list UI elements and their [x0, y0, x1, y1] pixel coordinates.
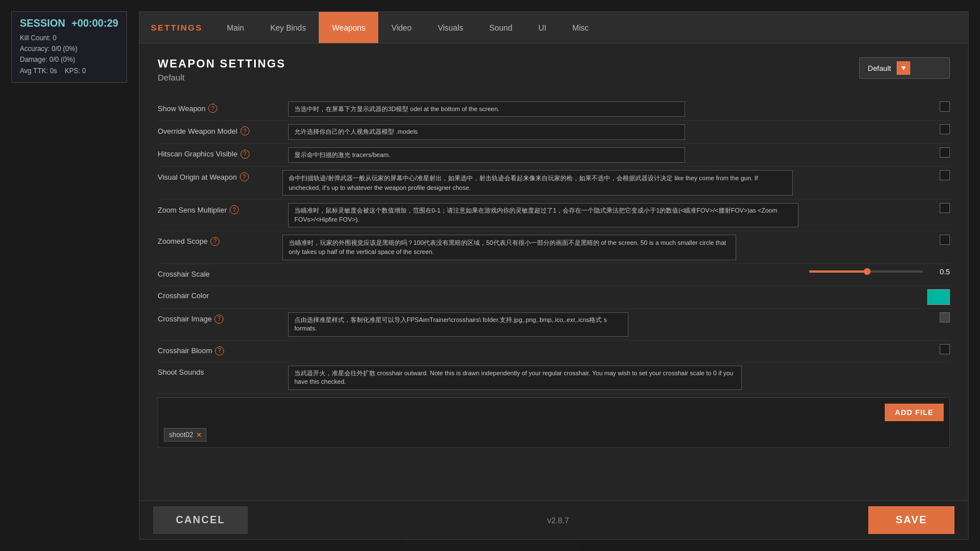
hitscan-help-icon[interactable]: ? — [240, 150, 250, 159]
tab-visuals[interactable]: Visuals — [425, 12, 476, 43]
file-tag: shoot02 × — [164, 428, 206, 442]
kps-value: 0 — [82, 67, 86, 75]
save-button[interactable]: SAVE — [868, 506, 954, 534]
crosshair-image-help-icon[interactable]: ? — [214, 315, 223, 324]
override-weapon-tooltip-area: 允许选择你自己的个人视角武器模型 .models — [282, 124, 934, 139]
tab-video[interactable]: Video — [378, 12, 425, 43]
session-box: SESSION +00:00:29 Kill Count: 0 Accuracy… — [11, 11, 127, 83]
ttk-stat: Avg TTK: 0s KPS: 0 — [20, 66, 119, 77]
zoom-sens-tooltip-area: 当瞄准时，鼠标灵敏度会被这个数值增加，范围在0-1；请注意如果在游戏内你的灵敏度… — [282, 203, 934, 227]
show-weapon-row: Show Weapon ? 当选中时，在屏幕下方显示武器的3D模型 odel a… — [158, 98, 950, 121]
crosshair-scale-fill — [809, 270, 866, 273]
show-weapon-tooltip-area: 当选中时，在屏幕下方显示武器的3D模型 odel at the bottom o… — [282, 101, 934, 117]
crosshair-image-tooltip: 点由选择准星样式，客制化准星可以导入FPSAimTrainer\crosshai… — [288, 312, 628, 337]
tab-keybinds[interactable]: Key Binds — [257, 12, 319, 43]
override-weapon-row: Override Weapon Model ? 允许选择你自己的个人视角武器模型… — [158, 121, 950, 143]
visual-origin-row: Visual Origin at Weapon ? 命中扫描轨迹/射弹武器一般从… — [158, 167, 950, 200]
zoom-sens-tooltip: 当瞄准时，鼠标灵敏度会被这个数值增加，范围在0-1；请注意如果在游戏内你的灵敏度… — [288, 203, 799, 227]
section-title: WEAPON SETTINGS — [158, 57, 286, 70]
zoomed-scope-checkbox[interactable] — [940, 235, 950, 245]
tab-misc[interactable]: Misc — [559, 12, 602, 43]
zoom-sens-checkbox[interactable] — [940, 203, 950, 213]
visual-origin-checkbox[interactable] — [940, 170, 950, 180]
crosshair-bloom-row: Crosshair Bloom ? — [158, 341, 950, 362]
show-weapon-help-icon[interactable]: ? — [208, 104, 217, 113]
accuracy-stat: Accuracy: 0/0 (0%) — [20, 44, 119, 54]
crosshair-color-control[interactable] — [927, 289, 950, 305]
shoot-sounds-row: Shoot Sounds 当武器开火，准星会往外扩散 crosshair out… — [158, 362, 950, 394]
crosshair-bloom-help-icon[interactable]: ? — [215, 346, 224, 355]
override-weapon-checkbox[interactable] — [940, 124, 950, 134]
settings-header: SETTINGS Main Key Binds Weapons Video Vi… — [140, 12, 968, 44]
session-time: +00:00:29 — [71, 18, 119, 29]
crosshair-scale-row: Crosshair Scale 0.5 — [158, 264, 950, 286]
kill-count-value: 0 — [53, 34, 57, 42]
crosshair-scale-label: Crosshair Scale — [158, 268, 282, 278]
zoomed-scope-tooltip: 当瞄准时，玩家的外围视觉应该是黑暗的吗？100代表没有黑暗的区域，50代表只有很… — [282, 235, 736, 260]
zoomed-scope-label: Zoomed Scope ? — [158, 235, 282, 246]
crosshair-image-checkbox[interactable] — [940, 312, 950, 323]
zoomed-scope-help-icon[interactable]: ? — [210, 237, 219, 246]
crosshair-image-row: Crosshair Image ? 点由选择准星样式，客制化准星可以导入FPSA… — [158, 309, 950, 341]
avg-ttk-label: Avg TTK: — [20, 67, 48, 75]
crosshair-color-label: Crosshair Color — [158, 289, 282, 300]
hitscan-checkbox[interactable] — [940, 147, 950, 158]
override-weapon-tooltip: 允许选择你自己的个人视角武器模型 .models — [288, 124, 685, 139]
hitscan-label: Hitscan Graphics Visible ? — [158, 147, 282, 159]
tab-main[interactable]: Main — [214, 12, 257, 43]
accuracy-value: 0/0 (0%) — [52, 45, 77, 53]
crosshair-scale-thumb[interactable] — [864, 268, 871, 275]
accuracy-label: Accuracy: — [20, 45, 50, 53]
tab-ui[interactable]: UI — [525, 12, 559, 43]
zoom-sens-help-icon[interactable]: ? — [230, 205, 239, 214]
tab-weapons[interactable]: Weapons — [319, 12, 378, 43]
kps-label: KPS: — [65, 67, 80, 75]
override-weapon-control — [940, 124, 950, 134]
override-weapon-label: Override Weapon Model ? — [158, 124, 282, 135]
settings-content: WEAPON SETTINGS Default Default ▼ Show W… — [140, 44, 968, 501]
tab-sound[interactable]: Sound — [476, 12, 525, 43]
zoomed-scope-row: Zoomed Scope ? 当瞄准时，玩家的外围视觉应该是黑暗的吗？100代表… — [158, 231, 950, 264]
settings-footer: CANCEL v2.8.7 SAVE — [140, 501, 968, 539]
crosshair-scale-value: 0.5 — [927, 268, 950, 276]
zoom-sens-label: Zoom Sens Multiplier ? — [158, 203, 282, 214]
zoomed-scope-control — [940, 235, 950, 245]
dropdown-arrow-icon: ▼ — [897, 61, 910, 75]
shoot-sounds-label: Shoot Sounds — [158, 366, 282, 376]
file-tag-name: shoot02 — [169, 431, 193, 439]
crosshair-color-row: Crosshair Color — [158, 286, 950, 309]
show-weapon-checkbox[interactable] — [940, 101, 950, 112]
show-weapon-control — [940, 101, 950, 112]
settings-panel: SETTINGS Main Key Binds Weapons Video Vi… — [139, 11, 969, 540]
cancel-button[interactable]: CANCEL — [153, 506, 248, 534]
damage-label: Damage: — [20, 56, 48, 63]
crosshair-bloom-checkbox[interactable] — [940, 344, 950, 354]
visual-origin-tooltip-area: 命中扫描轨迹/射弹武器一般从玩家的屏幕中心/准星射出，如果选中，射击轨迹会看起来… — [282, 170, 934, 196]
file-tag-close-icon[interactable]: × — [197, 430, 201, 439]
zoomed-scope-tooltip-area: 当瞄准时，玩家的外围视觉应该是黑暗的吗？100代表没有黑暗的区域，50代表只有很… — [282, 235, 934, 260]
crosshair-image-tooltip-area: 点由选择准星样式，客制化准星可以导入FPSAimTrainer\crosshai… — [282, 312, 934, 337]
profile-dropdown[interactable]: Default ▼ — [859, 57, 950, 79]
session-label: SESSION — [20, 18, 65, 29]
add-file-button[interactable]: ADD FILE — [885, 404, 944, 421]
crosshair-scale-slider[interactable] — [809, 270, 923, 273]
tabs-container: Main Key Binds Weapons Video Visuals Sou… — [214, 12, 602, 43]
crosshair-color-swatch[interactable] — [927, 289, 950, 305]
shoot-sounds-tooltip: 当武器开火，准星会往外扩散 crosshair outward. Note th… — [288, 366, 742, 390]
section-subtitle: Default — [158, 73, 286, 82]
zoom-sens-control — [940, 203, 950, 213]
crosshair-scale-control[interactable]: 0.5 — [809, 268, 950, 276]
profile-value: Default — [868, 64, 891, 73]
version-text: v2.8.7 — [547, 516, 569, 525]
hitscan-control — [940, 147, 950, 158]
override-weapon-help-icon[interactable]: ? — [240, 126, 250, 135]
crosshair-bloom-label: Crosshair Bloom ? — [158, 344, 282, 355]
settings-title: SETTINGS — [140, 23, 214, 32]
avg-ttk-value: 0s — [50, 67, 57, 75]
visual-origin-help-icon[interactable]: ? — [240, 172, 249, 181]
crosshair-bloom-control — [940, 344, 950, 354]
kill-count-stat: Kill Count: 0 — [20, 33, 119, 44]
hitscan-row: Hitscan Graphics Visible ? 显示命中扫描的激光 tra… — [158, 144, 950, 167]
crosshair-image-control — [940, 312, 950, 323]
damage-stat: Damage: 0/0 (0%) — [20, 54, 119, 65]
